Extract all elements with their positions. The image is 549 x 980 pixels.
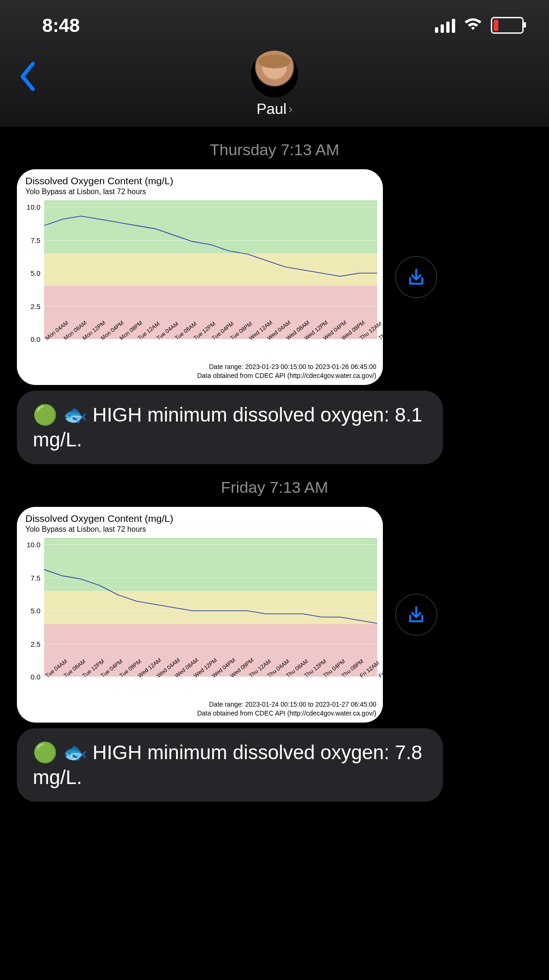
status-time: 8:48 [42,15,80,36]
chart-subtitle: Yolo Bypass at Lisbon, last 72 hours [17,187,383,200]
back-button[interactable] [19,61,38,92]
image-message-bubble[interactable]: Dissolved Oxygen Content (mg/L)Yolo Bypa… [17,507,383,723]
chart-y-ticks: 10.07.55.02.50.0 [22,200,40,339]
chart-card: Dissolved Oxygen Content (mg/L)Yolo Bypa… [17,507,383,723]
battery-low-icon [491,17,524,34]
chart-card: Dissolved Oxygen Content (mg/L)Yolo Bypa… [17,169,383,385]
chart-y-ticks: 10.07.55.02.50.0 [22,538,40,677]
text-message-bubble[interactable]: 🟢 🐟 HIGH minimum dissolved oxygen: 8.1 m… [17,391,443,464]
chart-plot-area: 10.07.55.02.50.0Mon 04AMMon 08AMMon 12PM… [44,200,377,355]
chart-subtitle: Yolo Bypass at Lisbon, last 72 hours [17,525,383,538]
download-button[interactable] [395,594,437,636]
chart-x-ticks: Tue 04AMTue 08AMTue 12PMTue 04PMTue 08PM… [44,673,377,693]
chart-x-ticks: Mon 04AMMon 08AMMon 12PMMon 04PMMon 08PM… [44,335,377,355]
message-timestamp: Friday 7:13 AM [17,478,532,497]
cellular-signal-icon [435,18,455,33]
contact-avatar [251,51,298,98]
conversation-header: 8:48 Paul › [0,0,549,127]
chart-title: Dissolved Oxygen Content (mg/L) [17,169,383,187]
status-bar: 8:48 [0,0,549,39]
download-button[interactable] [395,256,437,298]
messages-thread[interactable]: Thursday 7:13 AMDissolved Oxygen Content… [0,141,549,829]
image-message-bubble[interactable]: Dissolved Oxygen Content (mg/L)Yolo Bypa… [17,169,383,385]
message-timestamp: Thursday 7:13 AM [17,141,532,159]
contact-name: Paul [257,100,287,118]
chart-title: Dissolved Oxygen Content (mg/L) [17,507,383,525]
chart-plot-area: 10.07.55.02.50.0Tue 04AMTue 08AMTue 12PM… [44,538,377,693]
chevron-right-icon: › [289,102,293,116]
wifi-icon [464,15,482,36]
text-message-bubble[interactable]: 🟢 🐟 HIGH minimum dissolved oxygen: 7.8 m… [17,728,443,802]
contact-header-button[interactable]: Paul › [251,51,298,118]
